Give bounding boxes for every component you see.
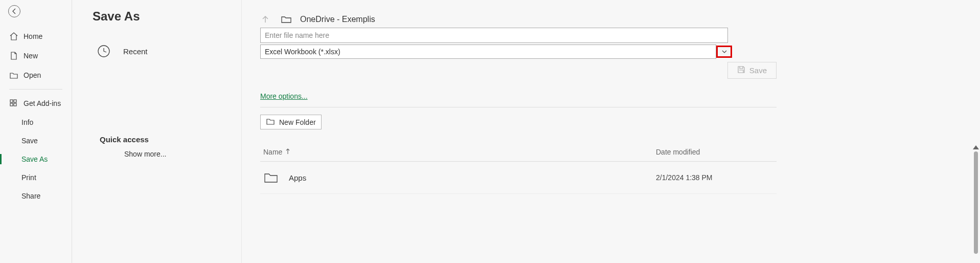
- location-recent-label: Recent: [123, 47, 148, 56]
- breadcrumb: OneDrive - Exemplis: [260, 14, 962, 25]
- nav-home[interactable]: Home: [0, 27, 72, 46]
- main-panel: OneDrive - Exemplis Excel Workbook (*.xl…: [242, 0, 980, 263]
- nav-share[interactable]: Share: [0, 187, 72, 205]
- filetype-select[interactable]: Excel Workbook (*.xlsx): [260, 45, 716, 59]
- column-name-header[interactable]: Name: [263, 148, 656, 156]
- quick-access-header: Quick access: [100, 135, 237, 144]
- scroll-up-arrow-icon[interactable]: [973, 145, 979, 149]
- nav-share-label: Share: [21, 192, 40, 200]
- nav-info-label: Info: [21, 118, 33, 126]
- nav-divider: [9, 89, 62, 90]
- up-arrow-icon[interactable]: [260, 14, 270, 25]
- nav-save-as-label: Save As: [21, 155, 48, 163]
- nav-get-addins-label: Get Add-ins: [24, 99, 61, 107]
- nav-save-label: Save: [21, 137, 38, 145]
- new-file-icon: [9, 51, 18, 60]
- arrow-left-icon: [10, 7, 19, 16]
- svg-rect-1: [14, 100, 16, 102]
- new-folder-label: New Folder: [279, 118, 316, 126]
- nav-home-label: Home: [24, 32, 42, 40]
- sort-asc-icon: [285, 148, 290, 156]
- save-disk-icon: [737, 65, 745, 75]
- nav-open[interactable]: Open: [0, 65, 72, 85]
- home-icon: [9, 32, 18, 41]
- save-button[interactable]: Save: [727, 62, 777, 79]
- file-name: Apps: [289, 173, 656, 182]
- nav-print-label: Print: [21, 173, 36, 182]
- back-button[interactable]: [8, 5, 20, 17]
- divider: [260, 107, 777, 107]
- filename-input[interactable]: [260, 28, 728, 43]
- scrollbar[interactable]: [972, 145, 980, 254]
- folder-item-icon: [263, 171, 279, 184]
- more-options-link[interactable]: More options...: [260, 92, 308, 100]
- svg-rect-0: [10, 100, 13, 102]
- page-title: Save As: [93, 9, 237, 24]
- svg-rect-3: [14, 103, 16, 106]
- breadcrumb-path[interactable]: OneDrive - Exemplis: [300, 15, 375, 24]
- nav-save[interactable]: Save: [0, 132, 72, 150]
- show-more-link[interactable]: Show more...: [124, 150, 237, 158]
- file-list-header: Name Date modified: [260, 148, 777, 162]
- file-date: 2/1/2024 1:38 PM: [656, 173, 773, 182]
- new-folder-button[interactable]: New Folder: [260, 115, 322, 129]
- folder-open-icon: [9, 71, 18, 80]
- nav-new[interactable]: New: [0, 46, 72, 65]
- column-date-header[interactable]: Date modified: [656, 148, 773, 156]
- folder-icon: [281, 14, 292, 25]
- nav-open-label: Open: [24, 71, 41, 79]
- column-date-label: Date modified: [656, 148, 700, 156]
- chevron-down-icon: [722, 50, 727, 53]
- nav-info[interactable]: Info: [0, 113, 72, 132]
- addins-icon: [9, 99, 18, 108]
- nav-sidebar: Home New Open Get Add-ins Info Save: [0, 0, 72, 263]
- scroll-thumb[interactable]: [974, 151, 978, 254]
- column-name-label: Name: [263, 148, 282, 156]
- file-row[interactable]: Apps 2/1/2024 1:38 PM: [260, 162, 777, 194]
- nav-new-label: New: [24, 52, 38, 60]
- locations-blank-area: [93, 64, 237, 128]
- nav-print[interactable]: Print: [0, 168, 72, 187]
- location-recent[interactable]: Recent: [93, 38, 237, 64]
- nav-get-addins[interactable]: Get Add-ins: [0, 94, 72, 113]
- nav-save-as[interactable]: Save As: [0, 150, 72, 168]
- clock-icon: [95, 42, 113, 60]
- new-folder-icon: [266, 117, 275, 127]
- svg-rect-2: [10, 103, 13, 106]
- save-button-label: Save: [749, 66, 767, 75]
- locations-panel: Save As Recent Quick access Show more...: [72, 0, 242, 263]
- filetype-dropdown-button[interactable]: [716, 46, 732, 58]
